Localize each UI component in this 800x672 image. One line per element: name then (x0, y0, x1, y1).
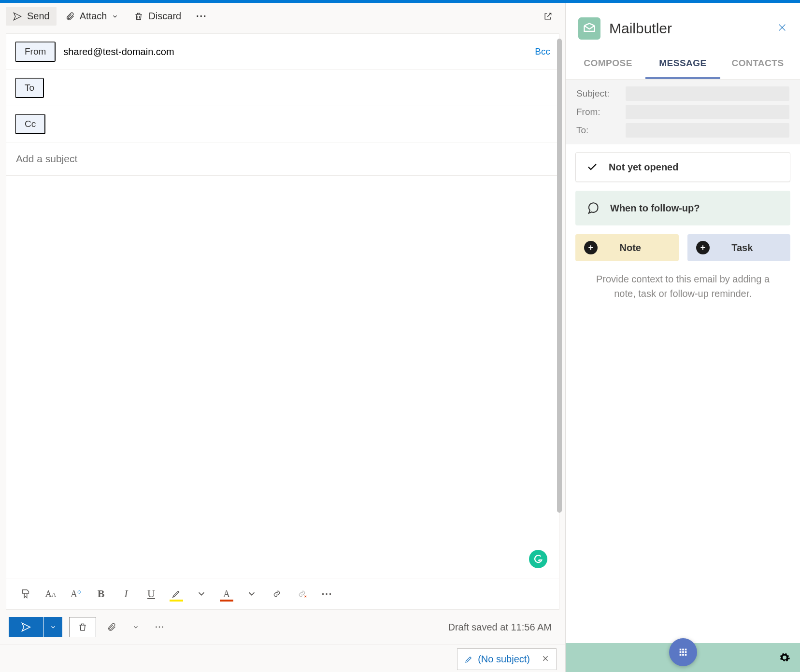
bold-icon: B (98, 588, 105, 600)
meta-from-value (626, 105, 789, 119)
chevron-down-icon (246, 588, 257, 599)
attach-button-label: Attach (80, 11, 107, 22)
message-meta: Subject: From: To: (566, 80, 800, 144)
svg-rect-1 (682, 649, 684, 651)
cc-input[interactable] (53, 119, 550, 130)
from-picker[interactable]: From (15, 42, 56, 62)
add-task-button[interactable]: Task (687, 234, 791, 261)
format-toolbar: AA A◇ B I U A (6, 578, 559, 609)
chevron-down-icon (132, 624, 139, 630)
panel-footer (566, 643, 800, 672)
svg-rect-5 (685, 651, 686, 653)
font-color-button[interactable]: A (216, 584, 237, 603)
tab-contacts[interactable]: CONTACTS (720, 49, 795, 79)
to-row: To (6, 70, 559, 106)
format-more-button[interactable]: ··· (316, 584, 338, 603)
attach-button[interactable]: Attach (58, 7, 126, 26)
font-case-button[interactable]: AA (40, 584, 61, 603)
subject-input[interactable] (6, 142, 559, 176)
panel-title: Mailbutler (609, 20, 777, 37)
meta-subject-value (626, 86, 789, 101)
discard-action-button[interactable] (69, 617, 96, 637)
pencil-icon (464, 655, 473, 664)
tab-compose[interactable]: COMPOSE (571, 49, 645, 79)
close-icon[interactable] (542, 654, 549, 665)
underline-icon: U (147, 588, 155, 600)
discard-button-label: Discard (148, 11, 181, 22)
compose-pane: Send Attach Discard ··· (0, 3, 566, 672)
followup-label: When to follow-up? (610, 203, 700, 214)
bold-button[interactable]: B (90, 584, 112, 603)
meta-subject-label: Subject: (576, 88, 620, 99)
compose-card: From shared@test-domain.com Bcc To Cc (6, 33, 559, 610)
discard-button[interactable]: Discard (127, 7, 188, 26)
format-painter-button[interactable] (15, 584, 36, 603)
send-now-button[interactable] (9, 617, 43, 637)
to-input[interactable] (52, 83, 550, 94)
unlink-icon (297, 588, 307, 599)
grammarly-icon[interactable] (529, 550, 547, 568)
send-icon (13, 12, 22, 21)
italic-button[interactable]: I (115, 584, 137, 603)
cc-row: Cc (6, 106, 559, 142)
task-label: Task (716, 242, 769, 253)
font-size-icon: A◇ (71, 588, 81, 600)
bcc-toggle[interactable]: Bcc (535, 46, 550, 57)
send-options-button[interactable] (44, 617, 62, 637)
panel-close-button[interactable] (777, 21, 787, 36)
svg-rect-8 (685, 654, 686, 656)
tab-message[interactable]: MESSAGE (645, 49, 720, 79)
note-label: Note (604, 242, 657, 253)
svg-rect-7 (682, 654, 684, 656)
paint-icon (20, 588, 31, 599)
cc-picker[interactable]: Cc (15, 114, 45, 134)
panel-tabs: COMPOSE MESSAGE CONTACTS (566, 49, 800, 80)
link-icon (271, 588, 282, 599)
highlight-dropdown[interactable] (191, 584, 212, 603)
mailbutler-logo-icon (578, 17, 600, 40)
settings-button[interactable] (779, 652, 790, 665)
italic-icon: I (124, 588, 128, 600)
remove-link-button[interactable] (291, 584, 313, 603)
attach-action-dropdown[interactable] (127, 618, 144, 636)
font-color-dropdown[interactable] (241, 584, 262, 603)
action-more-button[interactable]: ··· (151, 618, 169, 636)
more-icon: ··· (322, 588, 333, 600)
trash-icon (134, 12, 143, 21)
toolbar-more-button[interactable]: ··· (190, 8, 213, 25)
tracking-status-label: Not yet opened (609, 162, 678, 173)
svg-rect-6 (679, 654, 681, 656)
send-button-label: Send (27, 11, 50, 22)
svg-rect-0 (679, 649, 681, 651)
check-icon (586, 161, 598, 173)
popout-button[interactable] (536, 8, 559, 25)
attach-action-button[interactable] (103, 618, 120, 636)
close-icon (777, 22, 787, 33)
followup-card[interactable]: When to follow-up? (575, 191, 790, 225)
draft-chip[interactable]: (No subject) (457, 648, 557, 670)
font-size-button[interactable]: A◇ (65, 584, 86, 603)
chevron-down-icon (196, 588, 207, 599)
highlight-button[interactable] (166, 584, 187, 603)
apps-fab[interactable] (669, 638, 697, 666)
add-note-button[interactable]: Note (575, 234, 679, 261)
apps-grid-icon (678, 647, 688, 658)
underline-button[interactable]: U (141, 584, 162, 603)
panel-hint: Provide context to this email by adding … (575, 270, 790, 303)
plus-icon (584, 241, 598, 254)
svg-rect-2 (685, 649, 686, 651)
insert-link-button[interactable] (266, 584, 287, 603)
message-body[interactable] (6, 176, 559, 578)
from-value: shared@test-domain.com (63, 46, 527, 57)
send-button[interactable]: Send (6, 7, 57, 26)
tracking-status-card[interactable]: Not yet opened (575, 152, 790, 182)
addin-panel: Mailbutler COMPOSE MESSAGE CONTACTS Subj… (566, 3, 800, 672)
to-picker[interactable]: To (15, 78, 44, 98)
draft-chip-label: (No subject) (478, 654, 530, 665)
send-split-button (9, 617, 62, 637)
meta-to-label: To: (576, 125, 620, 136)
gear-icon (779, 652, 790, 663)
trash-icon (78, 622, 87, 632)
panel-body: Not yet opened When to follow-up? Note (566, 144, 800, 310)
draft-chip-row: (No subject) (0, 644, 565, 672)
